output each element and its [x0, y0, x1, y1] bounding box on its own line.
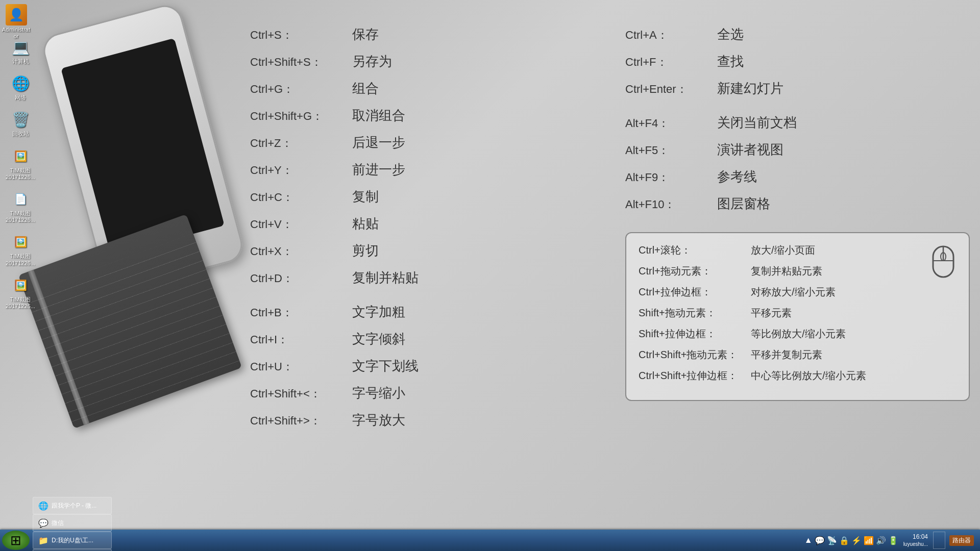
shortcut-desc: 复制并粘贴 — [352, 269, 419, 287]
mouse-shortcut-row: Shift+拉伸边框： 等比例放大/缩小元素 — [639, 327, 957, 341]
tray-power-icon[interactable]: ⚡ — [851, 536, 862, 545]
tray-battery-icon[interactable]: 🔋 — [888, 536, 898, 545]
shortcut-key: Alt+F10： — [625, 197, 717, 212]
mouse-shortcut-desc: 对称放大/缩小元素 — [751, 285, 836, 299]
shortcut-desc: 字号放大 — [352, 411, 405, 429]
shortcut-key: Ctrl+D： — [250, 271, 352, 286]
shortcut-row: Ctrl+G： 组合 — [250, 80, 595, 97]
shortcut-key: Ctrl+U： — [250, 359, 352, 374]
shortcut-row: Ctrl+I： 文字倾斜 — [250, 330, 595, 348]
shortcut-desc: 查找 — [717, 53, 744, 70]
tray-show-desktop[interactable]: ▲ — [804, 536, 813, 545]
shortcut-key: Alt+F5： — [625, 143, 717, 158]
shortcut-row: Alt+F9： 参考线 — [625, 168, 970, 186]
shortcut-desc: 全选 — [717, 26, 744, 43]
shortcut-desc: 图层窗格 — [717, 195, 770, 213]
shortcut-desc: 组合 — [352, 80, 379, 97]
shortcut-row: Ctrl+V： 粘贴 — [250, 215, 595, 233]
mouse-shortcut-desc: 平移元素 — [751, 306, 792, 320]
taskbar-btn-folder1[interactable]: 📁D:我的U盘\工... — [33, 532, 112, 549]
shortcut-desc: 保存 — [352, 26, 379, 43]
shortcut-key: Ctrl+I： — [250, 332, 352, 347]
start-button[interactable]: ⊞ — [2, 531, 30, 550]
desktop-icon-tim3[interactable]: 🖼️ TIM截图20171226... — [0, 230, 41, 268]
mouse-shortcut-key: Shift+拖动元素： — [639, 306, 751, 320]
system-time[interactable]: 16:04 luyueshu... — [900, 533, 931, 548]
shortcut-key: Ctrl+Z： — [250, 136, 352, 151]
desktop-icon-tim4[interactable]: 🖼️ TIM截图20171226... — [0, 273, 41, 312]
shortcut-row: Ctrl+S： 保存 — [250, 26, 595, 43]
shortcuts-right-area: Ctrl+A： 全选 Ctrl+F： 查找 Ctrl+Enter： 新建幻灯片 … — [625, 26, 970, 520]
left-shortcuts-list: Ctrl+S： 保存 Ctrl+Shift+S： 另存为 Ctrl+G： 组合 … — [250, 26, 595, 429]
shortcuts-left-column: Ctrl+S： 保存 Ctrl+Shift+S： 另存为 Ctrl+G： 组合 … — [250, 26, 595, 520]
shortcut-key: Ctrl+S： — [250, 28, 352, 43]
mouse-shortcut-key: Shift+拉伸边框： — [639, 327, 751, 341]
shortcut-desc: 后退一步 — [352, 134, 405, 152]
tray-network-icon[interactable]: 📡 — [827, 536, 837, 545]
shortcut-key: Ctrl+Shift+>： — [250, 413, 352, 429]
mouse-shortcut-key: Ctrl+滚轮： — [639, 243, 751, 257]
shortcut-key: Ctrl+B： — [250, 305, 352, 320]
desktop-icon-tim1[interactable]: 🖼️ TIM截图20171226... — [0, 144, 41, 183]
shortcut-desc: 取消组合 — [352, 107, 405, 124]
mouse-shortcut-desc: 等比例放大/缩小元素 — [751, 327, 846, 341]
desktop-icon-administrator[interactable]: 👤 Administrator — [2, 4, 30, 40]
shortcut-row: Alt+F10： 图层窗格 — [625, 195, 970, 213]
tray-volume-icon[interactable]: 🔊 — [876, 536, 886, 545]
shortcut-row: Ctrl+U： 文字下划线 — [250, 357, 595, 375]
shortcut-key: Ctrl+F： — [625, 55, 717, 70]
desktop-icon-network[interactable]: 🌐 网络 — [0, 71, 41, 103]
mouse-shortcut-key: Ctrl+拖动元素： — [639, 264, 751, 278]
mouse-shortcut-key: Ctrl+拉伸边框： — [639, 285, 751, 299]
shortcuts-right-top: Ctrl+A： 全选 Ctrl+F： 查找 Ctrl+Enter： 新建幻灯片 … — [625, 26, 970, 222]
mouse-shortcut-desc: 中心等比例放大/缩小元素 — [751, 369, 866, 383]
show-desktop-button[interactable] — [933, 532, 945, 549]
mouse-icon-area — [928, 241, 959, 284]
shortcut-key: Ctrl+C： — [250, 190, 352, 205]
taskbar: ⊞ 🌐跟我学个P - 微...💬微信📁D:我的U盘\工...📁C:\Users\… — [0, 530, 980, 551]
shortcut-row: Ctrl+Shift+<： 字号缩小 — [250, 384, 595, 402]
shortcut-desc: 演讲者视图 — [717, 141, 783, 159]
mouse-shortcut-desc: 平移并复制元素 — [751, 348, 822, 362]
shortcut-desc: 剪切 — [352, 242, 379, 260]
tray-security-icon[interactable]: 🔒 — [839, 536, 849, 545]
router-label: 路由器 — [952, 537, 971, 544]
shortcut-key: Ctrl+Enter： — [625, 82, 717, 97]
mouse-shortcut-key: Ctrl+Shift+拖动元素： — [639, 348, 751, 362]
desktop-icons-area: 👤 Administrator 💻 计算机 🌐 网络 🗑️ 回收站 🖼️ TIM… — [0, 0, 41, 316]
mouse-icon — [928, 241, 959, 282]
shortcut-desc: 文字下划线 — [352, 357, 419, 375]
mouse-shortcut-desc: 复制并粘贴元素 — [751, 264, 822, 278]
shortcuts-area: Ctrl+S： 保存 Ctrl+Shift+S： 另存为 Ctrl+G： 组合 … — [250, 26, 970, 520]
shortcut-row: Alt+F4： 关闭当前文档 — [625, 114, 970, 132]
taskbar-btn-icon: 🌐 — [38, 501, 48, 511]
mouse-shortcuts-box: Ctrl+滚轮： 放大/缩小页面 Ctrl+拖动元素： 复制并粘贴元素 Ctrl… — [625, 232, 970, 401]
shortcut-key: Ctrl+G： — [250, 82, 352, 97]
desktop-icon-tim2[interactable]: 📄 TIM截图20171226... — [0, 187, 41, 226]
shortcut-row: Ctrl+X： 剪切 — [250, 242, 595, 260]
tray-wechat[interactable]: 💬 — [815, 536, 825, 545]
mouse-shortcut-row: Ctrl+拖动元素： 复制并粘贴元素 — [639, 264, 957, 278]
shortcut-row: Ctrl+C： 复制 — [250, 188, 595, 206]
router-button[interactable]: 路由器 — [949, 535, 974, 546]
shortcut-key: Ctrl+X： — [250, 244, 352, 259]
taskbar-btn-folder2[interactable]: 📁C:\Users\Adm... — [33, 549, 112, 551]
mouse-shortcut-row: Ctrl+拉伸边框： 对称放大/缩小元素 — [639, 285, 957, 299]
mouse-shortcut-row: Ctrl+滚轮： 放大/缩小页面 — [639, 243, 957, 257]
shortcut-desc: 复制 — [352, 188, 379, 206]
taskbar-btn-wechat[interactable]: 💬微信 — [33, 514, 112, 532]
shortcut-desc: 关闭当前文档 — [717, 114, 797, 132]
shortcut-row: Ctrl+Y： 前进一步 — [250, 161, 595, 179]
tray-bluetooth-icon[interactable]: 📶 — [864, 536, 874, 545]
shortcut-row: Ctrl+Shift+G： 取消组合 — [250, 107, 595, 124]
shortcut-row: Ctrl+B： 文字加粗 — [250, 303, 595, 321]
mouse-shortcut-desc: 放大/缩小页面 — [751, 243, 815, 257]
shortcut-key: Ctrl+V： — [250, 217, 352, 232]
taskbar-btn-browser1[interactable]: 🌐跟我学个P - 微... — [33, 497, 112, 514]
shortcut-row: Ctrl+Enter： 新建幻灯片 — [625, 80, 970, 97]
shortcut-desc: 文字倾斜 — [352, 330, 405, 348]
taskbar-btn-label: 跟我学个P - 微... — [52, 502, 96, 510]
shortcut-desc: 前进一步 — [352, 161, 405, 179]
desktop-icon-recycle[interactable]: 🗑️ 回收站 — [0, 107, 41, 139]
taskbar-btn-label: 微信 — [52, 519, 64, 528]
